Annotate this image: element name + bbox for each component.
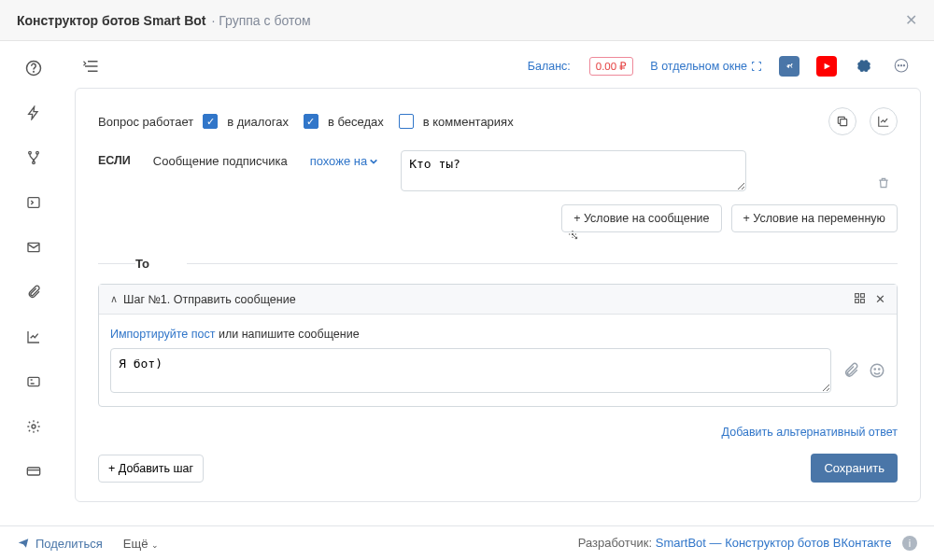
new-window-link[interactable]: В отдельном окне [650, 60, 762, 73]
add-alternative-link[interactable]: Добавить альтернативный ответ [98, 426, 898, 439]
close-icon[interactable]: ✕ [905, 11, 917, 29]
response-input[interactable] [110, 348, 831, 393]
brain-icon[interactable] [854, 56, 874, 77]
menu-icon[interactable] [82, 60, 99, 73]
rule-panel: Вопрос работает ✓ в диалогах ✓ в беседах… [75, 88, 921, 502]
attachment-icon[interactable] [25, 284, 42, 301]
checkbox-dialogs[interactable]: ✓ [203, 114, 218, 129]
checkbox-comments-label: в комментариях [423, 115, 514, 129]
svg-rect-15 [841, 119, 847, 126]
subscriber-message-label: Сообщение подписчика [153, 150, 288, 168]
branch-icon[interactable] [25, 149, 42, 166]
checkbox-dialogs-label: в диалогах [227, 115, 289, 129]
lightning-icon[interactable] [25, 105, 42, 121]
vk-icon[interactable] [779, 56, 800, 77]
svg-point-8 [32, 425, 35, 428]
attach-icon[interactable] [842, 362, 859, 379]
svg-point-14 [903, 65, 904, 66]
topbar: Баланс: 0.00 ₽ В отдельном окне [67, 41, 921, 88]
developer-link[interactable]: SmartBot — Конструктор ботов ВКонтакте [656, 536, 892, 550]
cursor-icon [567, 229, 582, 244]
left-sidebar [0, 41, 67, 526]
settings-icon[interactable] [25, 418, 42, 435]
step-title: Шаг №1. Отправить сообщение [123, 293, 296, 306]
step-close-icon[interactable]: ✕ [875, 292, 885, 306]
info-icon[interactable]: i [902, 536, 917, 551]
app-title: Конструктор ботов Smart Bot [17, 13, 206, 28]
step-block: ∧ Шаг №1. Отправить сообщение ✕ Импортир… [98, 284, 898, 407]
svg-point-12 [898, 65, 899, 66]
chat-bubble-icon[interactable] [891, 56, 912, 77]
developer-info: Разработчик: SmartBot — Конструктор бото… [578, 536, 917, 551]
svg-rect-17 [856, 294, 859, 298]
youtube-icon[interactable] [816, 56, 837, 77]
checkbox-chats-label: в беседах [328, 115, 384, 129]
svg-point-3 [36, 151, 39, 154]
question-works-label: Вопрос работает [98, 115, 193, 129]
group-name: · Группа с ботом [212, 13, 311, 28]
svg-rect-7 [28, 377, 39, 385]
stats-icon[interactable] [25, 329, 42, 345]
svg-point-4 [33, 161, 35, 164]
svg-point-16 [573, 233, 573, 234]
save-button[interactable]: Сохранить [811, 454, 898, 483]
help-icon[interactable] [25, 60, 42, 77]
svg-point-2 [29, 151, 32, 154]
balance-label: Баланс: [528, 60, 571, 73]
svg-point-13 [900, 65, 901, 66]
add-message-condition-button[interactable]: + Условие на сообщение [561, 204, 721, 232]
svg-point-22 [874, 369, 875, 370]
credit-icon[interactable] [25, 463, 42, 480]
step-header[interactable]: ∧ Шаг №1. Отправить сообщение ✕ [99, 285, 897, 315]
trigger-text-input[interactable] [401, 150, 746, 191]
svg-rect-20 [861, 300, 865, 303]
copy-button[interactable] [828, 107, 856, 135]
balance-value[interactable]: 0.00 ₽ [589, 57, 634, 76]
svg-point-1 [34, 71, 35, 72]
add-step-button[interactable]: + Добавить шаг [98, 455, 204, 483]
mail-icon[interactable] [25, 239, 42, 256]
chevron-up-icon: ∧ [110, 293, 118, 305]
emoji-icon[interactable] [869, 362, 885, 379]
checkbox-chats[interactable]: ✓ [304, 114, 318, 129]
delete-icon[interactable] [877, 176, 890, 189]
more-dropdown[interactable]: Ещё ⌄ [123, 537, 159, 551]
chart-button[interactable] [870, 107, 898, 135]
if-label: ЕСЛИ [98, 150, 131, 167]
match-type-dropdown[interactable]: похоже на [310, 150, 379, 168]
svg-rect-18 [861, 294, 865, 298]
import-hint: Импортируйте пост или напишите сообщение [110, 328, 885, 341]
svg-rect-19 [856, 300, 859, 303]
svg-point-21 [870, 364, 884, 377]
add-variable-condition-button[interactable]: + Условие на переменную [731, 204, 899, 232]
svg-point-23 [879, 369, 880, 370]
checkbox-comments[interactable] [399, 114, 414, 129]
import-post-link[interactable]: Импортируйте пост [110, 328, 215, 341]
terminal-icon[interactable] [25, 194, 42, 211]
window-header: Конструктор ботов Smart Bot · Группа с б… [0, 0, 934, 41]
share-link[interactable]: Поделиться [17, 537, 103, 551]
grid-icon[interactable] [854, 292, 866, 306]
svg-rect-9 [27, 468, 39, 475]
card-icon[interactable] [25, 373, 42, 390]
footer: Поделиться Ещё ⌄ Разработчик: SmartBot —… [0, 525, 934, 560]
then-label: То [135, 257, 149, 271]
